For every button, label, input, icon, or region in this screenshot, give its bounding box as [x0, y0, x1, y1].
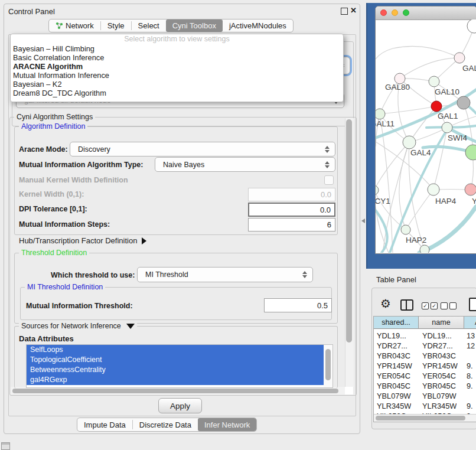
column-header-shared[interactable]: shared...	[374, 317, 419, 329]
column-header-name[interactable]: name	[419, 317, 464, 329]
which-threshold-combo[interactable]: MI Threshold	[137, 267, 313, 282]
list-item[interactable]: gal4RGexp	[27, 375, 324, 385]
network-node[interactable]	[431, 101, 442, 112]
table-hscrollbar-thumb[interactable]	[376, 416, 465, 420]
apply-button[interactable]: Apply	[158, 398, 202, 413]
popup-item[interactable]: Bayesian – Hill Climbing	[11, 44, 343, 53]
table-cell[interactable]: YLR345W	[422, 402, 457, 410]
network-node[interactable]	[429, 76, 439, 87]
mi-steps-label: Mutual Information Steps:	[19, 220, 110, 229]
tab-discretize-data[interactable]: Discretize Data	[133, 418, 198, 431]
app-root: Control Panel ✕ Network Style Select Cyn…	[0, 0, 476, 450]
popup-item[interactable]: Dream8 DC_TDC Algorithm	[11, 89, 343, 97]
function-builder-icon[interactable]	[469, 298, 476, 311]
network-node[interactable]	[465, 145, 476, 160]
mi-threshold-field[interactable]: 0.5	[264, 298, 332, 312]
panel-collapse-arrow-icon[interactable]	[361, 219, 365, 223]
minimize-traffic-light[interactable]	[392, 9, 398, 16]
network-node[interactable]	[457, 96, 470, 109]
columns-icon[interactable]	[400, 299, 413, 311]
table-cell[interactable]: YBR043C	[422, 351, 456, 360]
column-header-clipped[interactable]: A	[464, 317, 476, 329]
kernel-width-field[interactable]: 0.0	[248, 188, 335, 201]
table-cell[interactable]: 13	[467, 331, 475, 340]
table-cell[interactable]: 9.	[467, 402, 473, 410]
table-cell[interactable]: YER054C	[377, 371, 410, 380]
list-vscrollbar-thumb[interactable]	[325, 349, 331, 380]
network-node[interactable]	[465, 184, 476, 195]
popup-item[interactable]: Basic Correlation Inference	[11, 53, 343, 62]
algorithm-popup: Select algorithm to view settings Bayesi…	[10, 34, 344, 102]
gear-icon[interactable]: ⚙	[380, 297, 391, 310]
tab-style-label: Style	[107, 21, 125, 30]
combo-spinner-icon	[325, 146, 330, 153]
aracne-mode-combo[interactable]: Discovery	[70, 142, 335, 156]
mi-type-combo[interactable]: Naive Bayes	[155, 157, 335, 172]
table-cell[interactable]: YPR145W	[377, 361, 412, 370]
tab-network[interactable]: Network	[49, 19, 100, 32]
table-cell[interactable]: YBR043C	[377, 351, 410, 360]
table-cell[interactable]: YBR045C	[377, 381, 410, 390]
network-node[interactable]	[454, 53, 465, 63]
table-cell[interactable]: 9.	[467, 361, 473, 370]
network-node[interactable]	[420, 245, 429, 253]
list-item[interactable]: TopologicalCoefficient	[27, 355, 324, 365]
popup-hint: Select algorithm to view settings	[11, 34, 343, 44]
settings-vscrollbar-thumb[interactable]	[346, 119, 352, 343]
table-cell[interactable]: YER054C	[422, 371, 456, 380]
tab-cyni-toolbox[interactable]: Cyni Toolbox	[166, 19, 223, 32]
minimized-panel-icon[interactable]	[1, 442, 10, 450]
hide-columns-icon[interactable]	[441, 302, 457, 309]
network-window-titlebar[interactable]	[376, 6, 476, 20]
mi-steps-field[interactable]: 6	[248, 218, 335, 231]
table-cell[interactable]: YBL079W	[422, 392, 457, 400]
table-cell[interactable]: YBR045C	[422, 381, 456, 390]
show-columns-icon[interactable]: ✓✓	[422, 302, 438, 309]
network-node[interactable]	[376, 185, 379, 195]
tab-impute-data[interactable]: Impute Data	[77, 418, 132, 431]
close-traffic-light[interactable]	[380, 9, 387, 16]
popup-item[interactable]: Bayesian – K2	[11, 80, 343, 89]
tab-infer-network[interactable]: Infer Network	[198, 418, 256, 431]
close-panel-icon[interactable]: ✕	[350, 6, 357, 15]
table-cell[interactable]: YBL079W	[377, 392, 411, 400]
list-item[interactable]: SelfLoops	[27, 345, 324, 355]
tab-jactivemnodules-label: jActiveMNodules	[229, 21, 286, 30]
tab-select-label: Select	[138, 21, 159, 30]
network-node[interactable]	[403, 136, 416, 149]
table-cell[interactable]: YPR145W	[422, 361, 458, 370]
tab-select[interactable]: Select	[132, 19, 166, 32]
chevron-down-icon	[126, 324, 135, 329]
tab-jactivemnodules[interactable]: jActiveMNodules	[223, 19, 293, 32]
network-node[interactable]	[467, 19, 476, 33]
dpi-tolerance-field[interactable]: 0.0	[248, 203, 335, 217]
table-cell[interactable]: 9.	[467, 381, 473, 390]
network-node[interactable]	[442, 122, 452, 133]
network-node[interactable]	[376, 109, 385, 119]
network-node[interactable]	[401, 225, 410, 234]
float-panel-icon[interactable]	[341, 8, 348, 15]
network-canvas[interactable]: GAL GAL80 GAL10 GAL1 GAL11 SWI4 GAL4 GCY…	[376, 19, 476, 253]
column-header-name-label: name	[432, 318, 450, 327]
tab-style[interactable]: Style	[101, 19, 131, 32]
popup-item[interactable]: Mutual Information Inference	[11, 71, 343, 80]
tab-discretize-data-label: Discretize Data	[139, 420, 191, 429]
manual-kernel-checkbox[interactable]	[324, 175, 334, 185]
table-cell[interactable]: YDR27...	[377, 341, 407, 350]
mi-threshold-label: Mutual Information Threshold:	[26, 302, 133, 310]
control-panel-tabbar: Network Style Select Cyni Toolbox jActiv…	[48, 19, 294, 32]
zoom-traffic-light[interactable]	[403, 9, 409, 16]
table-cell[interactable]: 8.	[467, 371, 473, 380]
table-cell[interactable]: YDR27...	[422, 341, 453, 350]
table-cell[interactable]: YDL19...	[377, 331, 406, 340]
list-item[interactable]: BetweennessCentrality	[27, 365, 324, 375]
network-node[interactable]	[428, 184, 439, 195]
table-cell[interactable]: YDL19...	[422, 331, 452, 340]
sources-group-title[interactable]: Sources for Network Inference	[19, 322, 137, 330]
table-cell[interactable]: 12	[467, 341, 475, 350]
table-cell[interactable]: YLR345W	[377, 402, 411, 410]
popup-item-selected[interactable]: ARACNE Algorithm	[11, 62, 343, 71]
node-table: shared... name A YDL19... YDL19... 13 YD…	[373, 316, 476, 422]
hub-definition-toggle[interactable]: Hub/Transcription Factor Definition	[19, 236, 146, 245]
settings-hscrollbar-thumb[interactable]	[12, 389, 338, 393]
